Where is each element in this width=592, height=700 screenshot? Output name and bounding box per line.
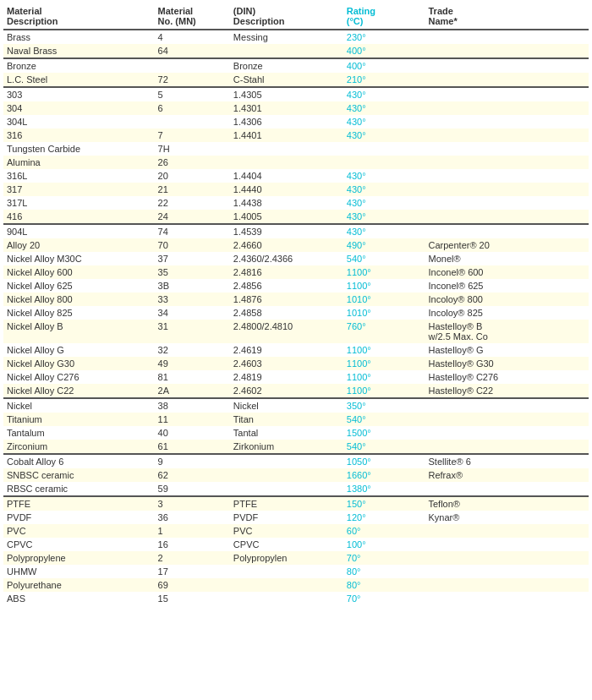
table-cell: 74 <box>155 224 230 238</box>
materials-table: MaterialDescription MaterialNo. (MN) (DI… <box>3 3 589 605</box>
table-cell: 2.4660 <box>230 238 343 252</box>
table-cell: 2.4858 <box>230 306 343 320</box>
table-cell: 37 <box>155 252 230 265</box>
table-cell <box>425 58 589 73</box>
table-cell: 69 <box>155 578 230 592</box>
table-cell: Alloy 20 <box>3 238 155 252</box>
table-cell: 1.4440 <box>230 183 343 196</box>
table-cell: 1100° <box>343 343 425 357</box>
table-cell: 20 <box>155 169 230 183</box>
table-cell: 416 <box>3 210 155 224</box>
table-cell: 1100° <box>343 370 425 384</box>
table-cell: C-Stahl <box>230 73 343 87</box>
table-cell <box>425 551 589 565</box>
table-cell <box>230 468 343 482</box>
table-cell: 32 <box>155 343 230 357</box>
table-cell: 2.4819 <box>230 370 343 384</box>
table-cell: PVC <box>3 524 155 538</box>
table-cell <box>425 44 589 58</box>
table-cell: 1.4539 <box>230 224 343 238</box>
table-cell: Polypropylen <box>230 551 343 565</box>
table-cell: 61 <box>155 440 230 454</box>
table-cell: ABS <box>3 592 155 605</box>
table-cell: Nickel <box>3 398 155 413</box>
table-cell: 24 <box>155 210 230 224</box>
table-cell: Zirconium <box>3 440 155 454</box>
table-cell: 7 <box>155 129 230 142</box>
table-cell: Incoloy® 800 <box>425 293 589 306</box>
table-cell: 430° <box>343 224 425 238</box>
table-cell <box>230 565 343 578</box>
table-cell: Bronze <box>230 58 343 73</box>
table-cell: 430° <box>343 183 425 196</box>
table-cell: 80° <box>343 578 425 592</box>
table-cell <box>230 156 343 169</box>
table-cell: Tungsten Carbide <box>3 142 155 156</box>
table-cell: 540° <box>343 440 425 454</box>
table-cell: PTFE <box>3 496 155 511</box>
table-cell: 540° <box>343 413 425 426</box>
table-cell: 31 <box>155 320 230 343</box>
table-cell: 62 <box>155 468 230 482</box>
table-cell: Carpenter® 20 <box>425 238 589 252</box>
table-cell: 430° <box>343 115 425 129</box>
table-cell: 40 <box>155 426 230 440</box>
table-cell: Inconel® 600 <box>425 265 589 279</box>
table-cell: 1.4876 <box>230 293 343 306</box>
table-cell: 2.4360/2.4366 <box>230 252 343 265</box>
table-cell: 303 <box>3 87 155 101</box>
table-cell: 316 <box>3 129 155 142</box>
table-cell: 16 <box>155 538 230 551</box>
table-cell: PVDF <box>3 511 155 524</box>
table-cell <box>155 115 230 129</box>
table-cell <box>230 578 343 592</box>
table-cell: 540° <box>343 252 425 265</box>
table-cell: 1100° <box>343 279 425 293</box>
table-cell: 34 <box>155 306 230 320</box>
table-cell <box>425 482 589 496</box>
table-cell: Kynar® <box>425 511 589 524</box>
table-cell <box>230 44 343 58</box>
table-cell: 430° <box>343 169 425 183</box>
table-cell: 7H <box>155 142 230 156</box>
table-cell: 317 <box>3 183 155 196</box>
table-cell: Hastelloy® G30 <box>425 357 589 370</box>
table-cell: 100° <box>343 538 425 551</box>
table-cell: 3 <box>155 496 230 511</box>
table-cell: 1660° <box>343 468 425 482</box>
table-cell: 1010° <box>343 306 425 320</box>
table-cell: Hastelloy® G <box>425 343 589 357</box>
table-cell: 17 <box>155 565 230 578</box>
table-cell: Titanium <box>3 413 155 426</box>
table-cell: L.C. Steel <box>3 73 155 87</box>
table-cell: 6 <box>155 101 230 115</box>
table-cell: 210° <box>343 73 425 87</box>
table-cell: 59 <box>155 482 230 496</box>
table-cell: 1500° <box>343 426 425 440</box>
table-cell <box>155 58 230 73</box>
table-cell <box>425 169 589 183</box>
table-cell: 3B <box>155 279 230 293</box>
table-cell: 72 <box>155 73 230 87</box>
table-cell: 1.4438 <box>230 196 343 210</box>
table-cell: 150° <box>343 496 425 511</box>
table-cell: Cobalt Alloy 6 <box>3 454 155 468</box>
table-cell <box>425 30 589 44</box>
table-cell: 38 <box>155 398 230 413</box>
table-cell: 1.4005 <box>230 210 343 224</box>
table-cell: PTFE <box>230 496 343 511</box>
table-cell <box>230 454 343 468</box>
header-material-desc: MaterialDescription <box>3 3 155 30</box>
table-cell: 317L <box>3 196 155 210</box>
table-cell: Bronze <box>3 58 155 73</box>
table-cell: 81 <box>155 370 230 384</box>
table-cell <box>425 87 589 101</box>
table-cell: 2.4800/2.4810 <box>230 320 343 343</box>
table-cell: CPVC <box>3 538 155 551</box>
table-cell <box>425 183 589 196</box>
table-cell <box>230 142 343 156</box>
main-container: MaterialDescription MaterialNo. (MN) (DI… <box>0 0 592 609</box>
table-cell: Monel® <box>425 252 589 265</box>
table-cell <box>425 210 589 224</box>
table-cell: Naval Brass <box>3 44 155 58</box>
